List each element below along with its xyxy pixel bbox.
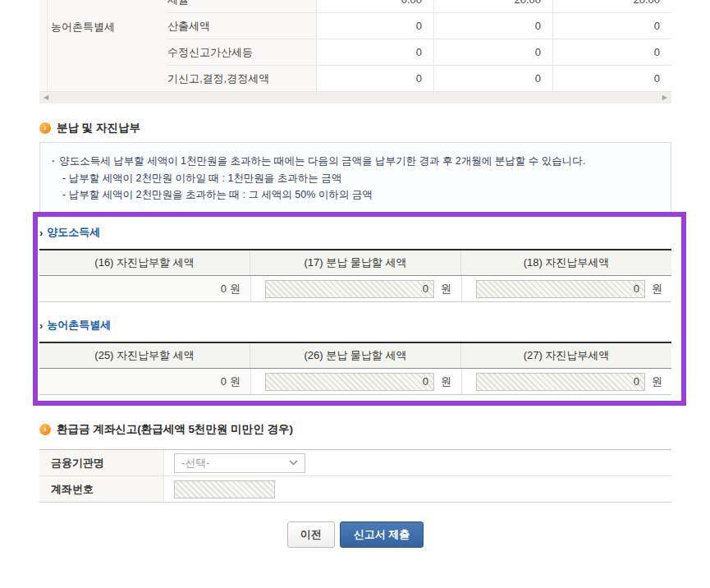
account-number-label: 계좌번호 — [39, 476, 164, 502]
summary-cell-value: 0 — [433, 13, 552, 39]
subsection-arrow-icon: › — [39, 319, 43, 332]
scroll-right-arrow-icon[interactable]: ▶ — [662, 92, 667, 103]
subsection-arrow-icon: › — [39, 227, 43, 239]
installment-amount-cell: 0 원 — [250, 369, 461, 394]
won-unit-label: 원 — [652, 282, 662, 296]
summary-row-label: 세율 — [167, 0, 316, 12]
account-number-row: 계좌번호 — [39, 476, 671, 503]
summary-cell-value: 0 — [316, 66, 433, 91]
section-installment: › 분납 및 자진납부 — [39, 121, 671, 136]
installment-amount-input[interactable]: 0 — [265, 280, 434, 298]
payment-table-farm-fishing: (25) 자진납부할 세액 (26) 분납 물납할 세액 (27) 자진납부세액… — [39, 342, 671, 395]
bank-name-label: 금융기관명 — [39, 450, 164, 475]
refund-account-table: 금융기관명 -선택- 계좌번호 — [39, 449, 671, 503]
section-title: 분납 및 자진납부 — [57, 121, 140, 136]
subsection-capital-gains: › 양도소득세 — [39, 226, 671, 239]
section-title: 환급금 계좌신고(환급세액 5천만원 미만인 경우) — [57, 422, 293, 437]
installment-amount-input[interactable]: 0 — [265, 373, 434, 391]
summary-cell-value: 0.00 — [316, 0, 433, 12]
info-line: - 납부할 세액이 2천만원 이하일 때 : 1천만원을 초과하는 금액 — [52, 170, 657, 186]
won-unit-label: 원 — [230, 282, 240, 296]
payment-table-value-row: 0 원 0 원 0 원 — [39, 369, 671, 395]
info-line-text: 양도소득세 납부할 세액이 1천만원을 초과하는 때에는 다음의 금액을 납부기… — [59, 153, 585, 169]
summary-group-cell: 농어촌특별세 — [39, 0, 167, 92]
section-bullet-icon: › — [39, 424, 51, 435]
installment-info-box: ▪ 양도소득세 납부할 세액이 1천만원을 초과하는 때에는 다음의 금액을 납… — [39, 142, 671, 214]
payment-col-header: (17) 분납 물납할 세액 — [250, 250, 460, 275]
chevron-down-icon — [289, 460, 298, 466]
summary-cell-value: 20.00 — [433, 0, 552, 12]
self-payment-cell: 0 원 — [461, 369, 671, 394]
account-number-cell — [164, 476, 671, 502]
bank-select-value: -선택- — [181, 456, 210, 471]
payment-col-header: (27) 자진납부세액 — [460, 343, 671, 368]
summary-cell-value: 0 — [552, 66, 671, 91]
scroll-left-arrow-icon[interactable]: ◀ — [44, 92, 48, 103]
payable-amount-cell: 0 원 — [39, 276, 250, 301]
won-unit-label: 원 — [230, 374, 240, 389]
summary-cell-value: 0 — [316, 39, 433, 65]
won-unit-label: 원 — [441, 374, 451, 389]
summary-cell-value: 0 — [433, 66, 552, 91]
summary-row-calculated-tax: 산출세액 0 0 0 — [167, 13, 671, 39]
horizontal-scrollbar[interactable]: ◀ ▶ — [39, 92, 671, 103]
bank-name-cell: -선택- — [164, 450, 671, 475]
summary-cell-value: 0 — [552, 39, 671, 65]
won-unit-label: 원 — [441, 282, 451, 296]
payment-col-header: (25) 자진납부할 세액 — [39, 343, 250, 368]
summary-cell-value: 0 — [316, 13, 433, 39]
payment-col-header: (16) 자진납부할 세액 — [39, 250, 250, 275]
summary-row-penalty-tax: 수정신고가산세등 0 0 0 — [167, 39, 671, 66]
info-line: - 납부할 세액이 2천만원을 초과하는 때 : 그 세액의 50% 이하의 금… — [52, 186, 657, 203]
info-line: ▪ 양도소득세 납부할 세액이 1천만원을 초과하는 때에는 다음의 금액을 납… — [52, 153, 657, 170]
tax-summary-table: 농어촌특별세 세율 0.00 20.00 20.00 산출세액 0 0 0 수정… — [39, 0, 671, 92]
summary-partial-row-clip: 세율 0.00 20.00 20.00 — [167, 0, 671, 13]
payment-table-capital-gains: (16) 자진납부할 세액 (17) 분납 물납할 세액 (18) 자진납부세액… — [39, 249, 671, 302]
installment-amount-cell: 0 원 — [250, 276, 461, 301]
subsection-title: 농어촌특별세 — [47, 318, 111, 333]
self-payment-cell: 0 원 — [461, 276, 671, 301]
summary-cell-value: 0 — [433, 39, 552, 65]
payment-col-header: (26) 분납 물납할 세액 — [250, 343, 460, 368]
summary-row-label: 기신고,결정,경정세액 — [167, 66, 316, 91]
summary-row-label: 수정신고가산세등 — [167, 39, 316, 65]
payable-amount-value: 0 — [221, 283, 227, 295]
payment-col-header: (18) 자진납부세액 — [460, 250, 671, 275]
previous-button[interactable]: 이전 — [287, 521, 335, 548]
won-unit-label: 원 — [652, 374, 662, 389]
page: 농어촌특별세 세율 0.00 20.00 20.00 산출세액 0 0 0 수정… — [0, 0, 710, 588]
payable-amount-value: 0 — [221, 375, 227, 388]
submit-report-button[interactable]: 신고서 제출 — [340, 521, 424, 548]
summary-cell-value: 20.00 — [552, 0, 671, 12]
summary-row-label: 산출세액 — [167, 13, 316, 39]
bank-select[interactable]: -선택- — [174, 453, 305, 473]
summary-row-prior-reported-tax: 기신고,결정,경정세액 0 0 0 — [167, 66, 671, 92]
square-bullet-icon: ▪ — [52, 153, 54, 169]
section-bullet-icon: › — [39, 122, 51, 134]
payment-table-value-row: 0 원 0 원 0 원 — [39, 276, 671, 302]
self-payment-input[interactable]: 0 — [476, 280, 645, 298]
bank-name-row: 금융기관명 -선택- — [39, 450, 671, 476]
payment-table-header-row: (16) 자진납부할 세액 (17) 분납 물납할 세액 (18) 자진납부세액 — [39, 250, 671, 276]
account-number-input[interactable] — [174, 480, 275, 498]
form-button-row: 이전 신고서 제출 — [39, 521, 671, 548]
subsection-title: 양도소득세 — [47, 225, 100, 240]
subsection-farm-fishing-tax: › 농어촌특별세 — [39, 319, 671, 332]
section-refund-account: › 환급금 계좌신고(환급세액 5천만원 미만인 경우) — [39, 422, 671, 437]
payment-table-header-row: (25) 자진납부할 세액 (26) 분납 물납할 세액 (27) 자진납부세액 — [39, 343, 671, 369]
summary-cell-value: 0 — [552, 13, 671, 39]
payable-amount-cell: 0 원 — [39, 369, 250, 394]
summary-row-rate: 세율 0.00 20.00 20.00 — [167, 0, 671, 13]
self-payment-input[interactable]: 0 — [476, 373, 645, 391]
summary-group-label: 농어촌특별세 — [51, 20, 115, 34]
